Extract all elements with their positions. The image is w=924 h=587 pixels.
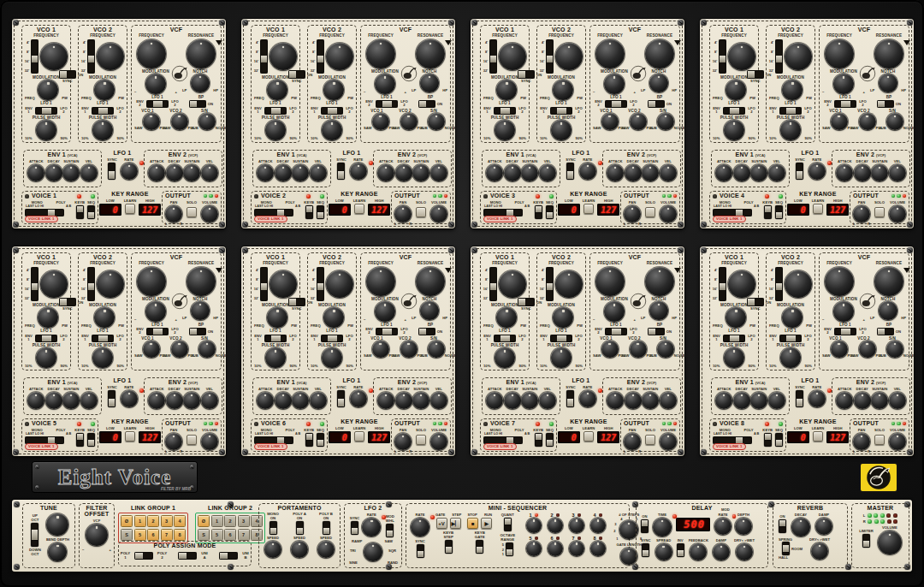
env1-vel-knob[interactable] bbox=[768, 392, 785, 409]
env1-decay-knob[interactable] bbox=[733, 164, 750, 181]
output-volume-knob[interactable] bbox=[889, 205, 906, 222]
lg1-voice7-button[interactable]: 7 bbox=[161, 529, 173, 541]
env1-decay-knob[interactable] bbox=[275, 164, 292, 181]
vco1-modulation-knob[interactable] bbox=[726, 80, 746, 100]
output-pan-knob[interactable] bbox=[853, 433, 870, 450]
vco1-octave-slider[interactable] bbox=[719, 39, 726, 74]
seq-step4-knob[interactable] bbox=[590, 518, 606, 533]
vcf-sn-knob[interactable] bbox=[657, 341, 674, 358]
env1-sustain-knob[interactable] bbox=[62, 164, 80, 181]
lg1-none-button[interactable]: Ø bbox=[121, 515, 133, 527]
env1-vel-knob[interactable] bbox=[310, 392, 327, 409]
vco2-frequency-knob[interactable] bbox=[97, 270, 124, 298]
tune-knob[interactable] bbox=[46, 513, 68, 536]
vcf-vco2-mix-knob[interactable] bbox=[630, 341, 647, 358]
seq-keyb-step-switch[interactable] bbox=[445, 540, 453, 554]
vcf-bp-switch[interactable] bbox=[877, 100, 894, 108]
vcf-resonance-knob[interactable] bbox=[874, 39, 903, 68]
output-pan-knob[interactable] bbox=[394, 433, 412, 450]
osc-sync-switch[interactable] bbox=[59, 70, 76, 79]
voice-keyb-switch[interactable] bbox=[535, 205, 542, 219]
vcf-vco2-mix-knob[interactable] bbox=[400, 341, 418, 358]
vcf-vco1-mix-knob[interactable] bbox=[143, 113, 160, 130]
env1-sustain-knob[interactable] bbox=[521, 392, 538, 409]
vcf-vco1-mix-knob[interactable] bbox=[372, 341, 389, 358]
output-pan-knob[interactable] bbox=[624, 205, 641, 222]
vcf-vco2-mix-knob[interactable] bbox=[859, 113, 876, 130]
vcf-vco1-mix-knob[interactable] bbox=[831, 113, 848, 130]
vcf-bp-switch[interactable] bbox=[418, 328, 435, 335]
voice-keyb-switch[interactable] bbox=[76, 433, 84, 447]
env2-vel-knob[interactable] bbox=[430, 164, 447, 181]
env2-vel-knob[interactable] bbox=[889, 392, 906, 409]
vco1-pulsewidth-knob[interactable] bbox=[495, 120, 515, 140]
osc-sync-switch[interactable] bbox=[518, 298, 535, 306]
vcf-resonance-knob[interactable] bbox=[874, 267, 903, 296]
output-solo-button[interactable] bbox=[187, 435, 197, 445]
vco1-octave-slider[interactable] bbox=[260, 39, 268, 74]
vco1-pulsewidth-knob[interactable] bbox=[265, 347, 286, 368]
lg1-s-button[interactable]: S bbox=[121, 529, 133, 541]
env1-sustain-knob[interactable] bbox=[521, 164, 538, 181]
delay-time-knob[interactable] bbox=[653, 518, 672, 537]
reverb-type-switch[interactable] bbox=[782, 542, 790, 555]
vco2-modulation-knob[interactable] bbox=[553, 307, 573, 328]
env1-attack-knob[interactable] bbox=[715, 392, 732, 409]
voice-keyb-switch[interactable] bbox=[535, 433, 542, 447]
vco1-modulation-knob[interactable] bbox=[267, 307, 287, 328]
env1-decay-knob[interactable] bbox=[504, 392, 521, 409]
env2-decay-knob[interactable] bbox=[395, 164, 412, 181]
env1-sustain-knob[interactable] bbox=[292, 392, 309, 409]
seq-step3-knob[interactable] bbox=[569, 518, 584, 533]
env2-decay-knob[interactable] bbox=[166, 392, 183, 409]
lfo1-rate-knob[interactable] bbox=[808, 163, 826, 180]
vcf-vco2-mix-knob[interactable] bbox=[171, 113, 188, 130]
master-volume-knob[interactable] bbox=[878, 531, 902, 554]
vco1-modsrc-switch[interactable] bbox=[264, 335, 287, 342]
lg1-voice2-button[interactable]: 2 bbox=[147, 515, 159, 527]
poly-mode-switch[interactable] bbox=[134, 552, 153, 560]
vcf-resonance-knob[interactable] bbox=[416, 39, 445, 68]
voice-seq-switch[interactable] bbox=[775, 433, 783, 447]
lg2-voice7-button[interactable]: 7 bbox=[238, 529, 250, 541]
vco1-modulation-knob[interactable] bbox=[496, 80, 517, 100]
vcf-resonance-knob[interactable] bbox=[416, 267, 445, 296]
seq-step5-knob[interactable] bbox=[526, 541, 542, 556]
vcf-notch-knob[interactable] bbox=[649, 301, 668, 320]
key-range-learn-button[interactable] bbox=[583, 204, 594, 214]
voice-seq-switch[interactable] bbox=[87, 205, 95, 219]
vcf-notch-knob[interactable] bbox=[191, 301, 210, 320]
key-range-high-display[interactable]: 127 bbox=[597, 204, 619, 216]
porta-mono-switch[interactable] bbox=[270, 521, 277, 535]
env1-attack-knob[interactable] bbox=[257, 164, 274, 181]
vcf-notch-knob[interactable] bbox=[879, 74, 897, 92]
output-volume-knob[interactable] bbox=[660, 433, 677, 450]
vco1-octave-slider[interactable] bbox=[31, 267, 38, 301]
env2-decay-knob[interactable] bbox=[395, 392, 412, 409]
vco2-pulsewidth-knob[interactable] bbox=[322, 347, 342, 368]
env2-attack-knob[interactable] bbox=[148, 164, 165, 181]
delay-on-switch[interactable] bbox=[641, 519, 649, 533]
vcf-vco1-mix-knob[interactable] bbox=[601, 341, 619, 358]
lfo2-rate-knob[interactable] bbox=[362, 518, 381, 537]
lfo1-rate-knob[interactable] bbox=[579, 390, 596, 407]
vco2-octave-slider[interactable] bbox=[775, 267, 783, 301]
key-range-learn-button[interactable] bbox=[125, 431, 135, 442]
key-range-learn-button[interactable] bbox=[354, 204, 364, 214]
output-pan-knob[interactable] bbox=[165, 433, 182, 450]
vco2-pulsewidth-knob[interactable] bbox=[780, 347, 801, 368]
vco2-modsrc-switch[interactable] bbox=[779, 335, 802, 342]
vcf-modsrc-switch[interactable] bbox=[146, 328, 169, 335]
env2-vel-knob[interactable] bbox=[660, 164, 677, 181]
vcf-notch-knob[interactable] bbox=[649, 74, 668, 92]
vco2-pulsewidth-knob[interactable] bbox=[551, 347, 572, 368]
octave-shift-switch[interactable] bbox=[31, 523, 38, 547]
vco1-modsrc-switch[interactable] bbox=[494, 335, 516, 342]
vcf-modulation-knob[interactable] bbox=[833, 301, 854, 322]
env2-decay-knob[interactable] bbox=[625, 392, 642, 409]
vco2-frequency-knob[interactable] bbox=[785, 270, 812, 298]
lfo1-sync-switch[interactable] bbox=[108, 390, 116, 407]
seq-step-advance-button[interactable]: ▶▏ bbox=[450, 518, 461, 529]
env1-sustain-knob[interactable] bbox=[750, 164, 767, 181]
key-range-high-display[interactable]: 127 bbox=[368, 431, 390, 443]
